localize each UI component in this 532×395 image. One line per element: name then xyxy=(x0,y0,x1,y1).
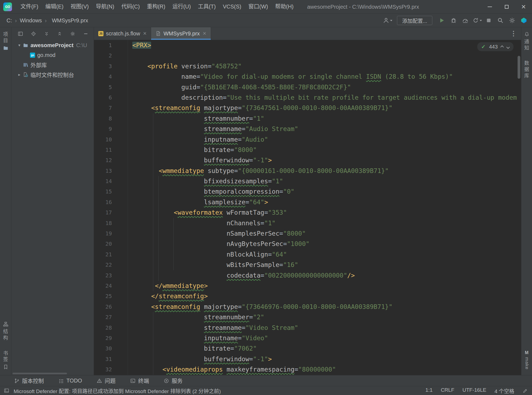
code-line[interactable]: 19 nSamplesPerSec="8000" xyxy=(94,228,521,239)
code-line[interactable]: 27 streamnumber="2" xyxy=(94,312,521,322)
breadcrumb-item[interactable]: C: xyxy=(7,17,12,24)
stop-icon[interactable] xyxy=(484,16,494,25)
code-line[interactable]: 8 streamnumber="1" xyxy=(94,113,521,124)
minimize-button[interactable] xyxy=(481,0,498,13)
tree-item[interactable]: 外部库 xyxy=(11,60,94,70)
stripe-label: 书签 xyxy=(3,351,8,362)
locate-file-icon[interactable] xyxy=(30,31,36,37)
prev-highlight-icon[interactable] xyxy=(500,45,504,49)
code-line[interactable]: 22 wBitsPerSample="16" xyxy=(94,260,521,270)
tool-stripe-button[interactable]: 书签 xyxy=(3,351,8,370)
menu-item[interactable]: 编辑(E) xyxy=(42,0,67,13)
hide-panel-icon[interactable] xyxy=(83,31,89,37)
code-line[interactable]: 29 inputname="Video" xyxy=(94,333,521,343)
status-widget[interactable]: 4 个空格 xyxy=(494,387,514,394)
inspections-widget[interactable]: ✓ 443 xyxy=(477,42,513,51)
breadcrumb-item[interactable]: Windows xyxy=(20,17,42,24)
window-layout-icon[interactable] xyxy=(4,388,9,393)
menu-item[interactable]: 窗口(W) xyxy=(245,0,271,13)
add-configuration-button[interactable]: 添加配置... xyxy=(397,16,432,25)
code-line[interactable]: 3 <profile version="458752" xyxy=(94,61,521,71)
tool-stripe-button[interactable]: 通知 xyxy=(524,32,530,51)
tool-stripe-button[interactable]: 项目 xyxy=(3,32,8,51)
code-line[interactable]: 5 guid="{5B16E74B-4068-45B5-B80E-7BF8C80… xyxy=(94,82,521,92)
code-line[interactable]: 10 inputname="Audio" xyxy=(94,134,521,145)
line-number: 22 xyxy=(94,260,112,270)
tool-window-button[interactable]: TODO xyxy=(59,378,82,384)
close-button[interactable]: × xyxy=(515,0,532,13)
code-line[interactable]: 20 nAvgBytesPerSec="1000" xyxy=(94,239,521,249)
status-widget[interactable]: CRLF xyxy=(441,387,454,394)
write-access-icon[interactable] xyxy=(522,388,528,393)
code-line[interactable]: 4 name="Video for dial-up modems or sing… xyxy=(94,71,521,82)
code-line[interactable]: 2 xyxy=(94,50,521,61)
maximize-button[interactable] xyxy=(498,0,515,13)
tool-stripe-button[interactable]: Mmake xyxy=(524,350,530,370)
code-line[interactable]: 15 btemporalcompression="0" xyxy=(94,186,521,197)
menu-item[interactable]: 导航(N) xyxy=(92,0,118,13)
tree-item[interactable]: gogo.mod xyxy=(11,50,94,60)
editor-tab[interactable]: WMSysPr9.prx× xyxy=(151,27,211,40)
status-widget[interactable]: 1:1 xyxy=(425,387,432,394)
code-line[interactable]: 17 <waveformatex wFormatTag="353" xyxy=(94,207,521,218)
user-account-icon[interactable] xyxy=(383,16,392,25)
code-line[interactable]: 13 <wmmediatype subtype="{00000161-0000-… xyxy=(94,166,521,176)
status-widget[interactable]: UTF-16LE xyxy=(463,387,487,394)
code-line[interactable]: 24 </wmmediatype> xyxy=(94,281,521,291)
project-scrollbar[interactable] xyxy=(13,373,67,374)
code-line[interactable]: 6 description="Use this multiple bit rat… xyxy=(94,92,521,103)
code-line[interactable]: 31 bufferwindow="-1"> xyxy=(94,354,521,364)
menu-item[interactable]: 代码(C) xyxy=(118,0,143,13)
menu-item[interactable]: 帮助(H) xyxy=(272,0,297,13)
rerun-icon[interactable] xyxy=(472,16,482,25)
project-views-icon[interactable] xyxy=(17,31,23,37)
settings-icon[interactable] xyxy=(507,16,517,25)
menu-item[interactable]: 视图(V) xyxy=(67,0,92,13)
code-line[interactable]: 12 bufferwindow="-1"> xyxy=(94,155,521,165)
code-line[interactable]: 11 bitrate="8000" xyxy=(94,145,521,155)
code-line[interactable]: 26 <streamconfig majortype="{73646976-00… xyxy=(94,302,521,312)
close-tab-icon[interactable]: × xyxy=(143,30,147,37)
tree-item[interactable]: ▾awesomeProjectC:\U xyxy=(11,40,94,50)
code-line[interactable]: 7 <streamconfig majortype="{73647561-000… xyxy=(94,103,521,113)
editor-tab[interactable]: JSscratch.js.flow× xyxy=(94,27,151,40)
code-line[interactable]: 30 bitrate="7062" xyxy=(94,343,521,354)
code-line[interactable]: 9 streamname="Audio Stream" xyxy=(94,124,521,134)
run-icon[interactable] xyxy=(437,16,447,25)
menu-item[interactable]: 重构(R) xyxy=(143,0,169,13)
panel-settings-icon[interactable] xyxy=(70,31,76,37)
code-line[interactable]: 1<PRX> xyxy=(94,40,521,50)
breadcrumb-item[interactable]: WMSysPr9.prx xyxy=(50,17,88,24)
search-everywhere-icon[interactable] xyxy=(496,16,505,25)
tool-window-button[interactable]: 问题 xyxy=(97,377,115,385)
menu-item[interactable]: VCS(S) xyxy=(219,0,245,13)
code-line[interactable]: 25 </streamconfig> xyxy=(94,291,521,301)
plugin-icon[interactable] xyxy=(519,16,529,25)
menu-item[interactable]: 工具(T) xyxy=(194,0,219,13)
profiler-icon[interactable] xyxy=(460,16,470,25)
editor-scrollbar[interactable] xyxy=(518,56,520,79)
collapse-all-icon[interactable] xyxy=(57,31,63,37)
tool-window-button[interactable]: 版本控制 xyxy=(14,377,44,385)
menu-item[interactable]: 运行(U) xyxy=(169,0,194,13)
debug-icon[interactable] xyxy=(449,16,458,25)
expand-all-icon[interactable] xyxy=(44,31,50,37)
code-line[interactable]: 14 bfixedsizesamples="1" xyxy=(94,176,521,186)
code-line[interactable]: 32 <videomediaprops maxkeyframespacing="… xyxy=(94,364,521,375)
code-line[interactable]: 21 nBlockAlign="64" xyxy=(94,249,521,260)
chevron-down-icon[interactable]: ▾ xyxy=(16,43,23,48)
tab-options-icon[interactable]: ⋮ xyxy=(506,30,521,37)
tool-stripe-button[interactable]: 结构 xyxy=(3,321,8,341)
next-highlight-icon[interactable] xyxy=(506,45,510,49)
tool-window-button[interactable]: 终端 xyxy=(130,377,149,385)
code-line[interactable]: 16 lsamplesize="64"> xyxy=(94,197,521,207)
chevron-right-icon[interactable]: ▸ xyxy=(16,72,23,77)
code-line[interactable]: 28 streamname="Video Stream" xyxy=(94,323,521,333)
code-line[interactable]: 23 codecdata="00220000000000000000"/> xyxy=(94,270,521,281)
code-line[interactable]: 18 nChannels="1" xyxy=(94,218,521,228)
tree-item[interactable]: ▸临时文件和控制台 xyxy=(11,70,94,80)
tool-stripe-button[interactable]: 数据库 xyxy=(524,60,529,78)
tool-window-button[interactable]: 服务 xyxy=(164,377,182,385)
close-tab-icon[interactable]: × xyxy=(203,30,206,37)
menu-item[interactable]: 文件(F) xyxy=(17,0,42,13)
